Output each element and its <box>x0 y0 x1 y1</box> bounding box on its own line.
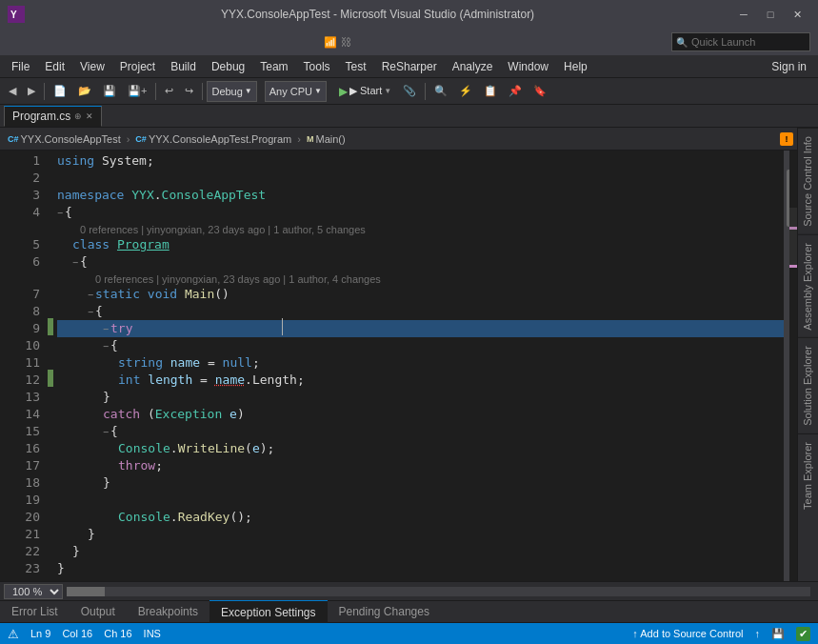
sidebar-tab-team[interactable]: Team Explorer <box>798 433 818 517</box>
restore-button[interactable]: □ <box>757 0 784 29</box>
menu-build[interactable]: Build <box>163 55 204 78</box>
chevron-down-icon2: ▼ <box>314 87 322 95</box>
platform-dropdown[interactable]: Any CPU ▼ <box>265 81 327 102</box>
toolbar-extra3[interactable]: 📋 <box>479 81 502 102</box>
warning-icon: ! <box>780 132 793 146</box>
code-line-19 <box>57 492 784 509</box>
status-bar: ⚠ Ln 9 Col 16 Ch 16 INS ↑ Add to Source … <box>0 623 818 644</box>
collapse-6[interactable]: − <box>72 254 78 272</box>
save-status-icon: 💾 <box>771 628 785 640</box>
editor-content[interactable]: 1 2 3 4 − 5 − 6 7 − 8 9 − 10 11 12 13 14… <box>0 151 797 581</box>
bottom-tab-output[interactable]: Output <box>70 600 127 623</box>
chevron-down-icon: ▼ <box>245 87 252 95</box>
sidebar-tab-solution[interactable]: Solution Explorer <box>798 337 818 433</box>
status-ins[interactable]: INS <box>144 628 161 639</box>
sign-in-button[interactable]: Sign in <box>764 55 814 78</box>
bottom-tab-error-list[interactable]: Error List <box>0 600 70 623</box>
code-line-7: −static void Main() <box>57 286 784 303</box>
menu-file[interactable]: File <box>4 55 37 78</box>
start-button[interactable]: ▶ ▶ Start ▼ <box>334 81 396 102</box>
tab-label: Program.cs <box>12 110 70 123</box>
collapse-4[interactable]: − <box>57 205 63 222</box>
menu-window[interactable]: Window <box>500 55 556 78</box>
toolbar-extra4[interactable]: 📌 <box>504 81 527 102</box>
code-line-11: string name = null; <box>57 354 784 372</box>
toolbar-extra5[interactable]: 🔖 <box>529 81 551 102</box>
minimap-mark2 <box>789 265 797 268</box>
toolbar-back[interactable]: ◀ <box>4 81 21 102</box>
play-icon: ▶ <box>339 85 348 98</box>
toolbar-save[interactable]: 💾 <box>98 81 121 102</box>
toolbar-extra2[interactable]: ⚡ <box>454 81 477 102</box>
status-ch[interactable]: Ch 16 <box>104 628 131 639</box>
menu-analyze[interactable]: Analyze <box>445 55 501 78</box>
code-line-1: using System; <box>57 152 784 170</box>
collapse-10[interactable]: − <box>103 338 109 355</box>
code-line-10: −{ <box>57 337 784 354</box>
tabs-bar: Program.cs ⊕ ✕ <box>0 105 818 128</box>
network-icon: 📶 <box>324 36 337 49</box>
vertical-scrollbar[interactable] <box>784 151 797 581</box>
breadcrumb-ns-text: YYX.ConsoleAppTest <box>21 133 121 145</box>
debug-config-dropdown[interactable]: Debug ▼ <box>207 81 256 102</box>
bottom-tab-exception-settings[interactable]: Exception Settings <box>209 600 327 623</box>
quick-launch-input[interactable] <box>691 36 806 48</box>
add-source-control[interactable]: ↑ Add to Source Control <box>632 628 743 639</box>
menu-help[interactable]: Help <box>556 55 595 78</box>
tab-close-icon[interactable]: ✕ <box>86 111 93 121</box>
menu-test[interactable]: Test <box>338 55 374 78</box>
close-button[interactable]: ✕ <box>784 0 810 29</box>
title-text: YYX.ConsoleAppTest - Microsoft Visual St… <box>30 8 725 21</box>
quick-launch-box[interactable]: 🔍 <box>671 32 810 51</box>
sidebar-tab-source-control[interactable]: Source Control Info <box>798 128 818 234</box>
collapse-15[interactable]: − <box>103 424 109 441</box>
right-sidebar: Source Control Info Assembly Explorer So… <box>797 128 818 581</box>
toolbar-forward[interactable]: ▶ <box>23 81 40 102</box>
minimize-button[interactable]: ─ <box>730 0 757 29</box>
toolbar-save-all[interactable]: 💾+ <box>123 81 151 102</box>
menu-team[interactable]: Team <box>252 55 295 78</box>
toolbar-attach[interactable]: 📎 <box>398 81 421 102</box>
toolbar-open[interactable]: 📂 <box>73 81 96 102</box>
editor: C# YYX.ConsoleAppTest › C# YYX.ConsoleAp… <box>0 128 797 581</box>
bottom-tabs: Error List Output Breakpoints Exception … <box>0 600 818 623</box>
toolbar-redo[interactable]: ↪ <box>180 81 198 102</box>
collapse-7[interactable]: − <box>88 287 93 304</box>
code-line-15: −{ <box>57 423 784 440</box>
platform-label: Any CPU <box>269 86 312 97</box>
tab-program-cs[interactable]: Program.cs ⊕ ✕ <box>4 106 102 127</box>
bottom-tab-pending-changes[interactable]: Pending Changes <box>328 600 441 623</box>
collapse-9[interactable]: − <box>103 321 109 338</box>
code-line-20: Console.ReadKey(); <box>57 509 784 526</box>
menu-view[interactable]: View <box>72 55 112 78</box>
menu-project[interactable]: Project <box>112 55 163 78</box>
status-ln[interactable]: Ln 9 <box>30 628 50 639</box>
breadcrumb-class-text: YYX.ConsoleAppTest.Program <box>149 133 291 145</box>
check-icon: ✔ <box>796 627 810 641</box>
code-line-23: } <box>57 560 784 577</box>
zoom-bar: 100 % 75 % 150 % <box>0 581 818 600</box>
code-area[interactable]: using System; namespace YYX.ConsoleAppTe… <box>53 151 784 581</box>
status-col[interactable]: Col 16 <box>62 628 92 639</box>
tab-icon: ⊕ <box>74 111 82 121</box>
toolbar-undo[interactable]: ↩ <box>160 81 178 102</box>
arrow-icon: ↑ <box>755 628 761 639</box>
zoom-select[interactable]: 100 % 75 % 150 % <box>4 584 63 599</box>
toolbar-sep1 <box>44 83 45 100</box>
breadcrumb-method: M Main() <box>303 133 349 145</box>
cursor <box>282 318 283 335</box>
toolbar-sep3 <box>202 83 203 100</box>
sidebar-tab-assembly[interactable]: Assembly Explorer <box>798 234 818 338</box>
toolbar-extra1[interactable]: 🔍 <box>429 81 452 102</box>
horizontal-scroll-track[interactable] <box>67 587 810 596</box>
toolbar-new[interactable]: 📄 <box>49 81 71 102</box>
search-icon: 🔍 <box>676 37 688 48</box>
menu-tools[interactable]: Tools <box>296 55 338 78</box>
menu-edit[interactable]: Edit <box>37 55 72 78</box>
horizontal-scroll-thumb[interactable] <box>67 587 105 596</box>
line-numbers: 1 2 3 4 − 5 − 6 7 − 8 9 − 10 11 12 13 14… <box>0 151 48 581</box>
menu-resharper[interactable]: ReSharper <box>374 55 445 78</box>
collapse-8[interactable]: − <box>88 304 93 321</box>
bottom-tab-breakpoints[interactable]: Breakpoints <box>127 600 209 623</box>
menu-debug[interactable]: Debug <box>204 55 252 78</box>
